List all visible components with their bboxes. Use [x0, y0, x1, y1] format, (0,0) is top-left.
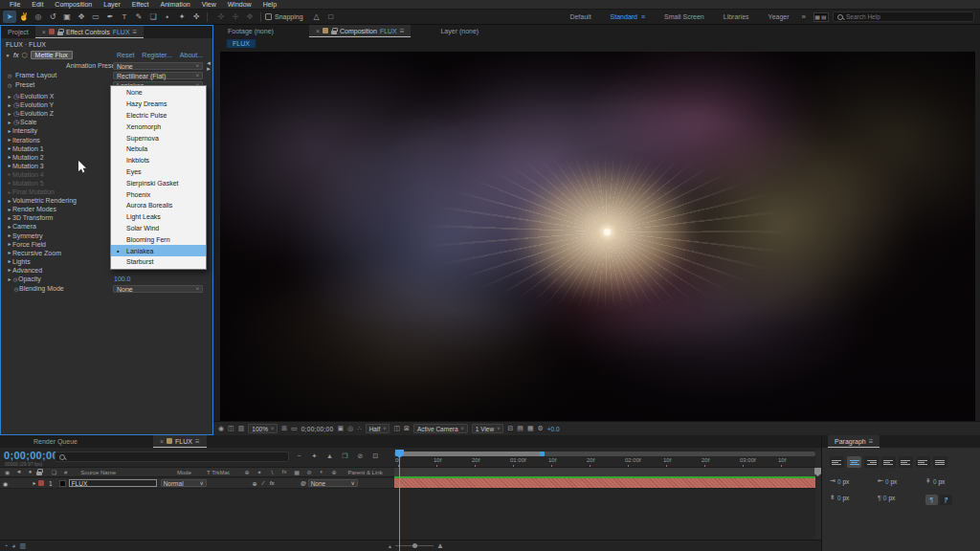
snap-option-icon[interactable]: △ [310, 11, 323, 23]
viewer-misc-icon[interactable]: ▤ [517, 425, 523, 432]
panel-menu-icon[interactable]: ≡ [869, 437, 874, 446]
register-link[interactable]: Register... [142, 52, 172, 58]
preset-menu-item[interactable]: Light Leaks [111, 211, 206, 223]
preset-menu-item[interactable]: Nebula [111, 143, 206, 155]
work-area-bar[interactable] [396, 452, 544, 456]
menu-item[interactable]: Composition [49, 0, 98, 10]
zoom-slider-track[interactable] [395, 545, 434, 546]
timeline-zoom-control[interactable]: ▲ ▲ [388, 541, 444, 550]
paragraph-field-value[interactable]: 0 [885, 478, 889, 485]
workspace-tab[interactable]: Small Screen [656, 13, 713, 20]
blend-mode-dropdown[interactable]: Normal ˅ [161, 479, 207, 487]
parent-pickwhip-icon[interactable]: @ [300, 480, 308, 486]
reset-link[interactable]: Reset [117, 52, 134, 58]
paragraph-field[interactable]: ⇞ 0 px [925, 477, 973, 485]
timeline-toggle-icon[interactable]: ✦ [310, 452, 319, 460]
menu-item[interactable]: Effect [126, 0, 155, 10]
screen-layout-icon[interactable]: ▦▤ [813, 12, 829, 22]
preset-menu-item[interactable]: Solar Wind [111, 223, 206, 234]
exposure-value[interactable]: +0.0 [547, 426, 560, 432]
snap-option-icon[interactable]: □ [324, 11, 338, 23]
viewer-option-icon[interactable]: ◫ [228, 425, 234, 432]
direction-ltr-button[interactable]: ¶ [925, 495, 938, 505]
menu-item[interactable]: View [196, 0, 222, 10]
effect-name-chip[interactable]: Mettle Flux [31, 51, 73, 59]
preset-nav-arrows[interactable]: ◄ ► [206, 60, 212, 72]
menu-item[interactable]: Layer [98, 0, 126, 10]
paragraph-field[interactable]: ⇥ 0 px [830, 477, 878, 485]
tool-button[interactable]: ➤ [3, 11, 16, 23]
tab-paragraph[interactable]: Paragraph ≡ [828, 435, 880, 448]
viewer-option-icon[interactable]: ◉ [218, 425, 224, 432]
grid-guides-icon[interactable]: ▭ [291, 425, 298, 432]
close-icon[interactable]: × [316, 28, 320, 34]
tab-render-queue[interactable]: Render Queue [27, 435, 84, 448]
view-layout-dropdown[interactable]: 1 View ˅ [472, 424, 504, 433]
composition-viewport[interactable] [220, 52, 975, 421]
tool-button[interactable]: ✎ [132, 11, 145, 23]
mode-column[interactable]: Mode [177, 470, 191, 475]
paragraph-field[interactable]: ¶ 0 px [878, 494, 925, 501]
parent-dropdown[interactable]: None ˅ [308, 479, 358, 487]
preset-menu-item[interactable]: None [111, 87, 206, 99]
effects-switch-icon[interactable]: ∕ [259, 480, 268, 486]
workspace-tab[interactable]: Default [561, 13, 599, 20]
layer-duration-bar[interactable] [394, 478, 815, 489]
tab-footage[interactable]: Footage (none) [221, 25, 280, 37]
workspace-overflow-button[interactable]: » [798, 12, 810, 21]
preset-menu-item[interactable]: Eyes [111, 166, 206, 178]
stopwatch-icon[interactable]: ◷ [12, 93, 20, 100]
tab-layer[interactable]: Layer (none) [434, 25, 485, 37]
paragraph-align-button[interactable] [933, 456, 947, 468]
tab-effect-controls[interactable]: × Effect Controls FLUX ≡ [35, 26, 144, 38]
source-name-column[interactable]: Source Name [80, 470, 116, 475]
frame-layout-dropdown[interactable]: Rectilinear (Flat) ˅ [113, 72, 203, 79]
workspace-tab[interactable]: Yeager [760, 13, 798, 20]
workspace-tab[interactable]: Standard [602, 13, 655, 20]
opacity-value[interactable]: 100.0 [114, 276, 131, 282]
tool-button[interactable]: ❏ [146, 11, 160, 23]
menu-item[interactable]: Help [257, 0, 282, 10]
tool-button[interactable]: ✌ [17, 11, 31, 23]
paragraph-field[interactable]: ⇟ 0 px [830, 494, 878, 501]
about-link[interactable]: About... [180, 52, 203, 58]
stopwatch-icon[interactable]: ◷ [12, 110, 20, 118]
grid-guides-icon[interactable]: ⊞ [281, 425, 287, 432]
paragraph-field-value[interactable]: 0 [837, 495, 841, 501]
menu-item[interactable]: Animation [155, 0, 196, 10]
viewer-option-icon[interactable]: ▥ [238, 425, 245, 432]
roi-icon[interactable]: ⊠ [404, 425, 410, 432]
parent-link-column[interactable]: Parent & Link [348, 470, 383, 475]
magnification-dropdown[interactable]: 100% ˅ [248, 424, 278, 433]
tool-button[interactable]: ✦ [175, 11, 189, 23]
close-icon[interactable]: × [160, 438, 164, 445]
preset-menu-item[interactable]: Electric Pulse [111, 110, 206, 121]
menu-item[interactable]: Edit [26, 0, 49, 10]
tab-timeline-flux[interactable]: × FLUX ≡ [153, 435, 207, 448]
timeline-bottom-toggle-icon[interactable]: ◔ [4, 542, 8, 550]
layer-expand-arrow[interactable]: ► [32, 480, 37, 486]
preset-menu-item[interactable]: Blooming Fern [111, 233, 206, 245]
timeline-bottom-toggle-icon[interactable]: ▥ [19, 542, 26, 550]
panel-menu-icon[interactable]: ≡ [133, 28, 138, 36]
paragraph-align-button[interactable] [881, 456, 896, 468]
preset-menu-item[interactable]: Starburst [111, 256, 206, 268]
timeline-toggle-icon[interactable]: ❐ [341, 452, 349, 460]
fx-switch-icon[interactable]: fx [268, 480, 277, 486]
panel-menu-icon[interactable]: ≡ [195, 437, 200, 446]
quality-icon[interactable]: ⊕ [251, 480, 259, 487]
paragraph-field-value[interactable]: 0 [933, 478, 937, 485]
paragraph-field-value[interactable]: 0 [883, 495, 887, 501]
preset-menu-item[interactable]: Phoenix [111, 188, 206, 200]
timeline-search-box[interactable] [55, 452, 289, 462]
trkmat-column[interactable]: T TrkMat [207, 470, 230, 475]
preset-menu-item[interactable]: Laniakea [111, 245, 206, 256]
help-search-input[interactable] [846, 13, 969, 20]
comp-breadcrumb-chip[interactable]: FLUX [227, 39, 256, 48]
stopwatch-icon[interactable]: ◷ [7, 73, 12, 78]
layer-label-color[interactable] [38, 480, 44, 486]
playhead-line[interactable] [399, 450, 400, 551]
menu-item[interactable]: Window [222, 0, 257, 10]
paragraph-align-button[interactable] [830, 456, 844, 468]
current-time-display[interactable]: 0;00;00;00 [4, 450, 58, 461]
